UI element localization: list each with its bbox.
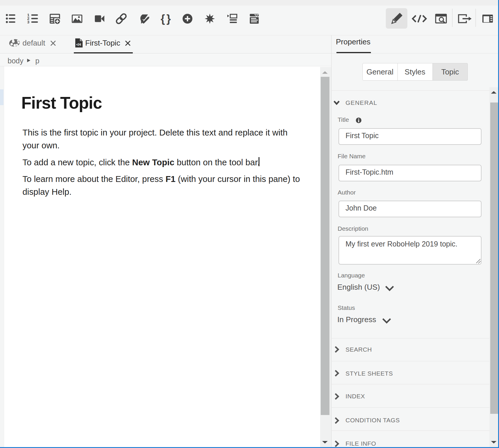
svg-text:<H: <H bbox=[76, 42, 81, 47]
svg-text:3: 3 bbox=[27, 20, 29, 24]
svg-text:{: { bbox=[161, 13, 165, 25]
svg-text:}: } bbox=[167, 13, 171, 25]
